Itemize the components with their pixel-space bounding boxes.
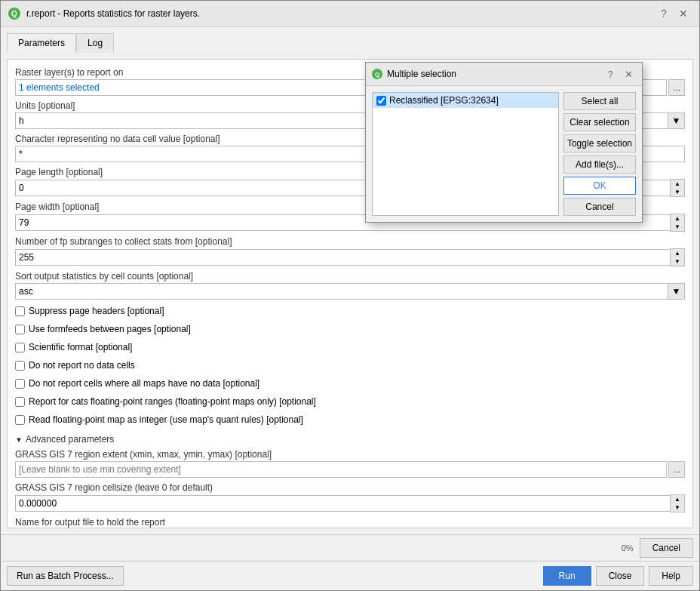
formfeeds-checkbox-row: Use formfeeds between pages [optional]: [15, 324, 685, 334]
modal-title-right: ? ✕: [603, 66, 636, 82]
formfeeds-label: Use formfeeds between pages [optional]: [29, 324, 191, 334]
sort-field-group: Sort output statistics by cell counts [o…: [15, 271, 685, 300]
grass-region-label: GRASS GIS 7 region extent (xmin, xmax, y…: [15, 449, 685, 460]
tab-bar: Parameters Log: [7, 33, 693, 53]
window-title: r.report - Reports statistics for raster…: [26, 8, 200, 19]
tab-log[interactable]: Log: [76, 33, 114, 53]
no-data-cells-label: Do not report no data cells: [29, 360, 135, 371]
read-fp-checkbox[interactable]: [15, 415, 25, 425]
no-data-cells-checkbox-row: Do not report no data cells: [15, 360, 685, 371]
grass-cellsize-spinbox-row: ▲ ▼: [15, 494, 685, 513]
title-bar-right: ? ✕: [655, 5, 692, 22]
sort-dropdown-row: ▼: [15, 283, 685, 300]
fp-subranges-field-group: Number of fp subranges to collect stats …: [15, 236, 685, 266]
select-all-button[interactable]: Select all: [563, 92, 636, 110]
action-right: Run Close Help: [543, 566, 693, 586]
cancel-button[interactable]: Cancel: [640, 538, 693, 558]
sort-dropdown-arrow[interactable]: ▼: [668, 283, 685, 300]
status-bar: 0% Cancel: [1, 534, 699, 561]
read-fp-checkbox-row: Read floating-point map as integer (use …: [15, 414, 685, 425]
modal-title-bar: Multiple selection ? ✕: [366, 63, 642, 86]
item-label: Reclassified [EPSG:32634]: [389, 95, 499, 106]
sort-label: Sort output statistics by cell counts [o…: [15, 271, 685, 282]
title-bar-left: r.report - Reports statistics for raster…: [8, 8, 200, 20]
help-button-action[interactable]: Help: [649, 566, 693, 586]
fp-subranges-spinbox-btns: ▲ ▼: [670, 248, 685, 266]
grass-cellsize-input[interactable]: [15, 495, 670, 512]
fp-subranges-up-btn[interactable]: ▲: [671, 249, 684, 257]
run-button[interactable]: Run: [543, 566, 591, 586]
no-maps-checkbox[interactable]: [15, 379, 25, 389]
page-width-down-btn[interactable]: ▼: [671, 223, 684, 231]
modal-content: Reclassified [EPSG:32634] Select all Cle…: [366, 86, 642, 222]
add-files-button[interactable]: Add file(s)...: [563, 155, 636, 174]
advanced-section-header[interactable]: ▼ Advanced parameters: [15, 434, 685, 445]
app-icon: [8, 8, 20, 20]
cats-fp-label: Report for cats floating-point ranges (f…: [29, 396, 316, 407]
batch-process-button[interactable]: Run as Batch Process...: [7, 566, 124, 586]
help-button[interactable]: ?: [655, 5, 672, 22]
modal-close-button[interactable]: ✕: [621, 66, 636, 82]
output-field-group: Name for output file to hold the report …: [15, 517, 685, 528]
no-maps-label: Do not report cells where all maps have …: [29, 378, 259, 389]
fp-subranges-down-btn[interactable]: ▼: [671, 257, 684, 266]
scientific-checkbox-row: Scientific format [optional]: [15, 342, 685, 352]
advanced-arrow-icon: ▼: [15, 436, 23, 444]
modal-list-area: Reclassified [EPSG:32634]: [372, 92, 559, 216]
no-data-cells-checkbox[interactable]: [15, 361, 25, 371]
grass-cellsize-label: GRASS GIS 7 region cellsize (leave 0 for…: [15, 482, 685, 493]
grass-region-browse-button[interactable]: …: [668, 461, 685, 478]
formfeeds-checkbox[interactable]: [15, 325, 25, 334]
ok-button[interactable]: OK: [563, 177, 636, 195]
output-label: Name for output file to hold the report: [15, 517, 685, 528]
read-fp-label: Read floating-point map as integer (use …: [29, 414, 303, 425]
scientific-label: Scientific format [optional]: [29, 342, 132, 352]
sort-field[interactable]: [15, 283, 668, 300]
list-item[interactable]: Reclassified [EPSG:32634]: [373, 93, 558, 108]
grass-cellsize-spinbox-btns: ▲ ▼: [670, 494, 685, 513]
scientific-checkbox[interactable]: [15, 343, 25, 352]
grass-cellsize-up-btn[interactable]: ▲: [671, 495, 684, 503]
page-length-up-btn[interactable]: ▲: [671, 180, 684, 188]
no-maps-checkbox-row: Do not report cells where all maps have …: [15, 378, 685, 389]
suppress-checkbox-row: Suppress page headers [optional]: [15, 306, 685, 316]
grass-region-input[interactable]: [15, 461, 667, 478]
item-checkbox[interactable]: [376, 96, 386, 106]
page-width-spinbox-btns: ▲ ▼: [670, 214, 685, 232]
page-width-up-btn[interactable]: ▲: [671, 214, 684, 223]
cats-fp-checkbox[interactable]: [15, 397, 25, 407]
grass-region-input-row: …: [15, 461, 685, 478]
modal-cancel-button[interactable]: Cancel: [563, 198, 636, 216]
raster-browse-button[interactable]: …: [668, 79, 685, 96]
units-dropdown-arrow[interactable]: ▼: [668, 112, 685, 129]
modal-title: Multiple selection: [387, 69, 456, 79]
suppress-label: Suppress page headers [optional]: [29, 306, 164, 316]
fp-subranges-spinbox-row: ▲ ▼: [15, 248, 685, 266]
modal-buttons: Select all Clear selection Toggle select…: [563, 92, 636, 216]
multiple-selection-dialog: Multiple selection ? ✕ Reclassified [EPS…: [365, 62, 643, 223]
modal-title-left: Multiple selection: [372, 69, 456, 79]
progress-text: 0%: [622, 543, 634, 553]
clear-selection-button[interactable]: Clear selection: [563, 113, 636, 131]
title-bar: r.report - Reports statistics for raster…: [1, 1, 699, 27]
close-button[interactable]: Close: [596, 566, 645, 586]
modal-app-icon: [372, 69, 382, 79]
grass-region-field-group: GRASS GIS 7 region extent (xmin, xmax, y…: [15, 449, 685, 478]
action-left: Run as Batch Process...: [7, 566, 124, 586]
cats-fp-checkbox-row: Report for cats floating-point ranges (f…: [15, 396, 685, 407]
close-window-button[interactable]: ✕: [675, 5, 692, 22]
grass-cellsize-down-btn[interactable]: ▼: [671, 503, 684, 512]
modal-help-button[interactable]: ?: [603, 66, 618, 82]
fp-subranges-label: Number of fp subranges to collect stats …: [15, 236, 685, 247]
tab-parameters[interactable]: Parameters: [7, 33, 76, 53]
advanced-label: Advanced parameters: [26, 434, 114, 445]
action-bar: Run as Batch Process... Run Close Help: [1, 561, 699, 590]
page-length-spinbox-btns: ▲ ▼: [670, 179, 685, 197]
toggle-selection-button[interactable]: Toggle selection: [563, 134, 636, 152]
grass-cellsize-field-group: GRASS GIS 7 region cellsize (leave 0 for…: [15, 482, 685, 513]
page-length-down-btn[interactable]: ▼: [671, 188, 684, 196]
suppress-checkbox[interactable]: [15, 306, 25, 316]
fp-subranges-input[interactable]: [15, 249, 670, 266]
